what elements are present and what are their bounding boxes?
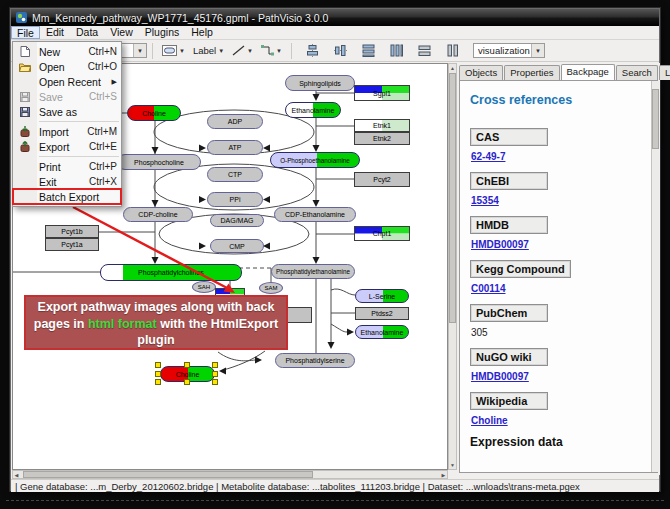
tab-search[interactable]: Search bbox=[616, 65, 658, 80]
menu-item-new[interactable]: New Ctrl+N bbox=[13, 44, 121, 59]
scrollbar-thumb[interactable] bbox=[652, 89, 659, 149]
chevron-down-icon[interactable]: ▼ bbox=[179, 48, 185, 54]
menu-data[interactable]: Data bbox=[70, 26, 104, 39]
tab-backpage[interactable]: Backpage bbox=[561, 64, 615, 80]
chevron-down-icon[interactable]: ▼ bbox=[218, 48, 224, 54]
distribute-rows-button[interactable] bbox=[359, 42, 378, 59]
pathvisio-window: Mm_Kennedy_pathway_WP1771_45176.gpml - P… bbox=[10, 8, 660, 491]
menu-bar: File Edit Data View Plugins Help bbox=[11, 26, 659, 40]
node-ethanolamine-2[interactable]: Ethanolamine bbox=[355, 325, 409, 339]
scroll-up-icon[interactable]: ▲ bbox=[449, 64, 456, 72]
node-cdp-ethanolamine[interactable]: CDP-Ethanolamine bbox=[274, 207, 356, 222]
node-gene-partial2[interactable] bbox=[284, 307, 312, 323]
title-bar[interactable]: Mm_Kennedy_pathway_WP1771_45176.gpml - P… bbox=[11, 9, 659, 26]
selection-handle[interactable] bbox=[184, 379, 190, 385]
menu-help[interactable]: Help bbox=[185, 26, 219, 39]
node-ethanolamine[interactable]: Ethanolamine bbox=[285, 102, 341, 118]
canvas-vertical-scrollbar[interactable]: ▲ ▼ bbox=[448, 63, 457, 470]
save-icon bbox=[13, 92, 37, 102]
xref-link[interactable]: C00114 bbox=[471, 283, 647, 294]
menu-item-open-recent[interactable]: Open Recent ▶ bbox=[13, 74, 121, 89]
node-ppi[interactable]: PPi bbox=[207, 192, 263, 207]
node-etnk2[interactable]: Etnk2 bbox=[354, 132, 410, 145]
connector-icon bbox=[261, 45, 274, 56]
selection-handle[interactable] bbox=[155, 379, 161, 385]
selection-handle[interactable] bbox=[212, 371, 218, 377]
node-phosphatidylethanolamine[interactable]: Phosphatidylethanolamine bbox=[271, 264, 355, 279]
menu-item-import[interactable]: Import Ctrl+M bbox=[13, 124, 121, 139]
node-pcyt1b[interactable]: Pcyt1b bbox=[45, 225, 99, 238]
label-tool-button[interactable]: Label ▼ bbox=[190, 42, 227, 59]
same-height-button[interactable] bbox=[443, 42, 462, 59]
align-center-y-icon bbox=[334, 44, 347, 57]
xref-link[interactable]: HMDB00097 bbox=[471, 239, 647, 250]
node-pcyt2[interactable]: Pcyt2 bbox=[354, 172, 410, 187]
visualization-combobox[interactable]: visualization ▼ bbox=[473, 43, 545, 58]
menu-item-print[interactable]: Print Ctrl+P bbox=[13, 159, 121, 174]
align-center-y-button[interactable] bbox=[331, 42, 350, 59]
node-phosphatidylserine[interactable]: Phosphatidylserine bbox=[275, 353, 355, 368]
selection-handle[interactable] bbox=[155, 362, 161, 368]
canvas-horizontal-scrollbar[interactable]: ◀ ▶ bbox=[12, 470, 448, 479]
menu-item-open[interactable]: Open Ctrl+O bbox=[13, 59, 121, 74]
node-phosphatidylcholines[interactable]: Phosphatidylcholines bbox=[100, 264, 242, 281]
align-center-x-button[interactable] bbox=[303, 42, 322, 59]
menu-item-batch-export[interactable]: Batch Export bbox=[13, 189, 121, 204]
menu-item-save-as[interactable]: Save as bbox=[13, 104, 121, 119]
node-dag[interactable]: DAG/MAG bbox=[210, 214, 264, 227]
node-ctp[interactable]: CTP bbox=[207, 167, 263, 182]
menu-plugins[interactable]: Plugins bbox=[139, 26, 185, 39]
menu-item-export[interactable]: Export Ctrl+E bbox=[13, 139, 121, 154]
side-panel-tabs: Objects Properties Backpage Search Legen… bbox=[459, 65, 670, 80]
same-width-button[interactable] bbox=[415, 42, 434, 59]
xref-section-cas: CAS 62-49-7 bbox=[470, 127, 647, 162]
selection-handle[interactable] bbox=[212, 379, 218, 385]
menu-edit[interactable]: Edit bbox=[40, 26, 70, 39]
node-ptdss2[interactable]: Ptdss2 bbox=[355, 307, 409, 320]
datanode-tool-button[interactable]: ▼ bbox=[159, 42, 188, 59]
node-sah[interactable]: SAH bbox=[192, 281, 216, 293]
chevron-down-icon[interactable]: ▼ bbox=[531, 44, 544, 57]
chevron-down-icon[interactable]: ▼ bbox=[133, 44, 146, 57]
node-phosphocholine[interactable]: Phosphocholine bbox=[117, 154, 201, 170]
chevron-down-icon[interactable]: ▼ bbox=[276, 48, 282, 54]
node-sphingolipids[interactable]: Sphingolipids bbox=[285, 75, 355, 91]
connector-tool-button[interactable]: ▼ bbox=[258, 42, 285, 59]
scrollbar-thumb[interactable] bbox=[23, 471, 313, 478]
scroll-left-icon[interactable]: ◀ bbox=[13, 471, 20, 479]
node-choline[interactable]: Choline bbox=[127, 105, 181, 121]
scrollbar-thumb[interactable] bbox=[449, 73, 456, 323]
menu-item-exit[interactable]: Exit Ctrl+X bbox=[13, 174, 121, 189]
node-sgpl1[interactable]: Sgpl1 bbox=[354, 85, 410, 101]
selection-handle[interactable] bbox=[155, 371, 161, 377]
node-o-phosphoethanolamine[interactable]: O-Phosphoethanolamine bbox=[270, 152, 360, 168]
line-tool-button[interactable]: ▼ bbox=[229, 42, 256, 59]
chevron-down-icon[interactable]: ▼ bbox=[247, 48, 253, 54]
xref-link[interactable]: 15354 bbox=[471, 195, 647, 206]
selection-handle[interactable] bbox=[184, 362, 190, 368]
node-l-serine[interactable]: L-Serine bbox=[355, 289, 409, 303]
tab-objects[interactable]: Objects bbox=[459, 65, 503, 80]
selection-handle[interactable] bbox=[212, 362, 218, 368]
menu-file[interactable]: File bbox=[11, 26, 40, 39]
tab-legend[interactable]: Legend bbox=[659, 65, 670, 80]
scroll-down-icon[interactable]: ▼ bbox=[449, 461, 456, 469]
xref-link[interactable]: 62-49-7 bbox=[471, 151, 647, 162]
menu-item-save[interactable]: Save Ctrl+S bbox=[13, 89, 121, 104]
xref-value: 305 bbox=[471, 327, 647, 338]
node-sam[interactable]: SAM bbox=[259, 282, 283, 294]
node-pcyt1a[interactable]: Pcyt1a bbox=[45, 238, 99, 251]
menu-view[interactable]: View bbox=[104, 26, 139, 39]
node-adp[interactable]: ADP bbox=[207, 114, 263, 129]
xref-link[interactable]: HMDB00097 bbox=[471, 371, 647, 382]
scroll-right-icon[interactable]: ▶ bbox=[440, 471, 447, 479]
panel-vertical-scrollbar[interactable] bbox=[651, 81, 659, 472]
node-cdp-choline[interactable]: CDP-choline bbox=[123, 207, 193, 222]
distribute-columns-button[interactable] bbox=[387, 42, 406, 59]
node-etnk1[interactable]: Etnk1 bbox=[354, 119, 410, 132]
node-atp[interactable]: ATP bbox=[207, 140, 263, 155]
xref-link[interactable]: Choline bbox=[471, 415, 647, 426]
tab-properties[interactable]: Properties bbox=[504, 65, 559, 80]
node-chpt1[interactable]: Chpt1 bbox=[354, 226, 410, 241]
node-cmp[interactable]: CMP bbox=[210, 239, 264, 253]
